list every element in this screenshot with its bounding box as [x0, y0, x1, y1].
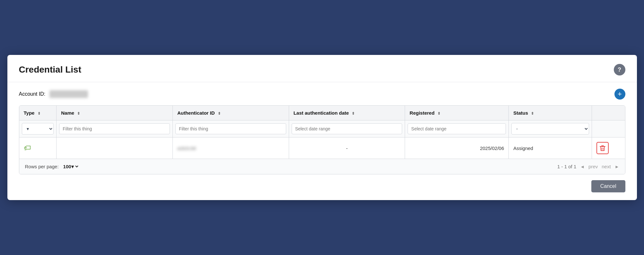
row-name-cell [57, 137, 173, 159]
col-auth-id: Authenticator ID ⇕ [172, 106, 289, 120]
col-action [592, 106, 625, 120]
row-status-cell: Assigned [509, 137, 592, 159]
pagination-nav: 1 - 1 of 1 ◄ prev next ► [557, 164, 619, 169]
col-last-auth: Last authentication date ⇕ [289, 106, 405, 120]
row-status-value: Assigned [513, 145, 533, 151]
next-page-button[interactable]: ► [615, 164, 619, 169]
account-id-value: Administrator [49, 90, 88, 98]
sort-auth-icon[interactable]: ⇕ [218, 111, 221, 116]
col-name: Name ⇕ [57, 106, 173, 120]
sort-last-auth-icon[interactable]: ⇕ [352, 111, 355, 116]
sort-name-icon[interactable]: ⇕ [77, 111, 80, 116]
account-row: Account ID: Administrator + [19, 89, 625, 100]
add-button[interactable]: + [614, 89, 625, 100]
row-auth-id-cell: a1b2c3d [172, 137, 289, 159]
modal-footer: Cancel [7, 174, 637, 200]
filter-last-auth-cell [289, 120, 405, 137]
registered-date-input[interactable] [408, 123, 506, 134]
status-filter-select[interactable]: - Assigned Unassigned [511, 123, 589, 135]
filter-row: ▾ [19, 120, 625, 137]
row-last-auth-cell: - [289, 137, 405, 159]
row-type-cell: 🏷 [19, 137, 57, 159]
filter-type-cell: ▾ [19, 120, 57, 137]
row-action-cell [592, 137, 625, 159]
sort-registered-icon[interactable]: ⇕ [437, 111, 440, 116]
filter-status-cell: - Assigned Unassigned [509, 120, 592, 137]
sort-type-icon[interactable]: ⇕ [38, 111, 40, 116]
page-info: 1 - 1 of 1 [557, 164, 576, 169]
last-auth-date-input[interactable] [292, 123, 402, 134]
help-button[interactable]: ? [614, 64, 625, 75]
sort-status-icon[interactable]: ⇕ [531, 111, 534, 116]
name-filter-input[interactable] [59, 123, 170, 134]
table-row: 🏷 a1b2c3d - 2025/02/06 [19, 137, 625, 159]
table-container: Type ⇕ Name ⇕ Authenticator ID ⇕ Last [19, 105, 625, 174]
filter-auth-cell [172, 120, 289, 137]
next-label: next [602, 164, 611, 169]
cancel-button[interactable]: Cancel [591, 180, 625, 192]
auth-id-filter-input[interactable] [175, 123, 286, 134]
tag-icon: 🏷 [24, 144, 31, 152]
modal-header: Credential List ? [7, 55, 637, 82]
filter-name-cell [57, 120, 173, 137]
pagination-row: Rows per page: 100▾ 50 25 1 - 1 of 1 ◄ p… [19, 159, 625, 174]
type-filter-select[interactable]: ▾ [22, 123, 54, 135]
rows-per-page-container: Rows per page: 100▾ 50 25 [25, 163, 79, 170]
delete-button[interactable] [596, 142, 609, 154]
account-label: Account ID: [19, 91, 46, 97]
filter-action-cell [592, 120, 625, 137]
row-registered-cell: 2025/02/06 [405, 137, 509, 159]
col-type: Type ⇕ [19, 106, 57, 120]
credential-table: Type ⇕ Name ⇕ Authenticator ID ⇕ Last [19, 106, 625, 159]
modal-title: Credential List [19, 65, 81, 75]
col-status: Status ⇕ [509, 106, 592, 120]
rows-per-page-select[interactable]: 100▾ 50 25 [62, 163, 79, 170]
rows-per-page-label: Rows per page: [25, 164, 59, 169]
row-last-auth-value: - [346, 145, 348, 151]
modal-body: Account ID: Administrator + Type ⇕ Name … [7, 82, 637, 174]
prev-page-button[interactable]: ◄ [580, 164, 585, 169]
account-id-container: Account ID: Administrator [19, 90, 88, 98]
filter-registered-cell [405, 120, 509, 137]
prev-label: prev [588, 164, 598, 169]
col-registered: Registered ⇕ [405, 106, 509, 120]
table-header-row: Type ⇕ Name ⇕ Authenticator ID ⇕ Last [19, 106, 625, 120]
row-registered-value: 2025/02/06 [480, 145, 504, 151]
row-auth-id-value: a1b2c3d [177, 145, 196, 151]
modal: Credential List ? Account ID: Administra… [7, 55, 637, 200]
